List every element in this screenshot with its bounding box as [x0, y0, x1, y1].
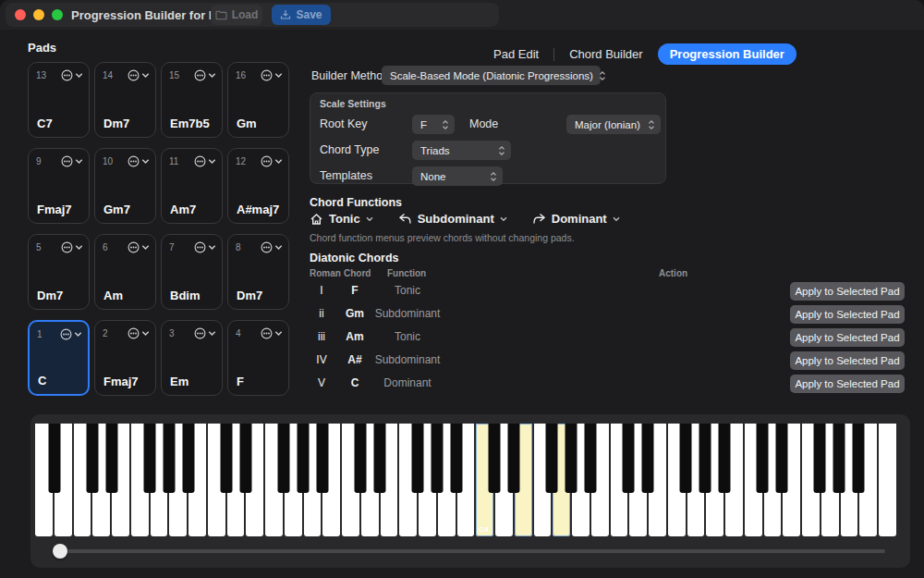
pad-menu-button[interactable] — [61, 155, 83, 167]
pad-1[interactable]: 1C — [28, 320, 90, 396]
pad-number: 15 — [169, 70, 179, 80]
pad-chord-label: Gm — [237, 117, 257, 130]
chord-type-select[interactable]: Triads — [412, 141, 511, 160]
pad-menu-button[interactable] — [128, 155, 150, 167]
pad-menu-button[interactable] — [194, 327, 216, 339]
black-key-Ds6[interactable] — [775, 424, 787, 493]
apply-to-pad-button[interactable]: Apply to Selected Pad — [790, 305, 905, 324]
pad-menu-button[interactable] — [61, 241, 83, 253]
load-button[interactable]: Load — [211, 5, 262, 25]
minimize-button[interactable] — [33, 9, 44, 20]
pad-2[interactable]: 2Fmaj7 — [94, 320, 156, 396]
root-key-select[interactable]: F — [412, 115, 455, 134]
chevron-down-icon — [208, 330, 216, 337]
pad-menu-button[interactable] — [194, 241, 216, 253]
pad-11[interactable]: 11Am7 — [161, 148, 223, 224]
black-key-Gs1[interactable] — [163, 424, 175, 493]
black-key-Cs6[interactable] — [757, 424, 769, 493]
pad-4[interactable]: 4F — [227, 320, 289, 396]
black-key-Gs2[interactable] — [297, 424, 309, 493]
subdominant-menu[interactable]: Subdominant — [398, 212, 507, 226]
pad-13[interactable]: 13C7 — [28, 62, 90, 138]
black-key-Cs5[interactable] — [623, 424, 635, 493]
black-key-Ds5[interactable] — [641, 424, 653, 493]
pad-10[interactable]: 10Gm7 — [94, 148, 156, 224]
black-key-Ds2[interactable] — [239, 424, 251, 493]
pad-menu-button[interactable] — [128, 327, 150, 339]
black-key-As5[interactable] — [718, 424, 730, 493]
pad-menu-button[interactable] — [261, 155, 283, 167]
pad-14[interactable]: 14Dm7 — [94, 62, 156, 138]
pad-15[interactable]: 15Em7b5 — [161, 62, 223, 138]
tab-progression-builder[interactable]: Progression Builder — [658, 43, 796, 65]
pad-6[interactable]: 6Am — [94, 234, 156, 310]
pad-3[interactable]: 3Em — [161, 320, 223, 396]
black-key-Ds4[interactable] — [507, 424, 519, 493]
apply-to-pad-button[interactable]: Apply to Selected Pad — [790, 351, 905, 370]
black-key-Cs1[interactable] — [87, 424, 99, 493]
mode-select[interactable]: Major (Ionian) — [566, 115, 661, 134]
builder-method-select[interactable]: Scale-Based Mode (Diatonic Progressions) — [382, 66, 601, 85]
builder-method-value: Scale-Based Mode (Diatonic Progressions) — [390, 70, 593, 81]
black-key-Fs1[interactable] — [144, 424, 156, 493]
pad-chord-label: Am7 — [170, 203, 196, 216]
tab-pad-edit[interactable]: Pad Edit — [488, 44, 544, 64]
pad-menu-button[interactable] — [61, 69, 83, 81]
dominant-menu[interactable]: Dominant — [532, 212, 620, 226]
pad-menu-button[interactable] — [194, 69, 216, 81]
apply-to-pad-button[interactable]: Apply to Selected Pad — [790, 328, 905, 347]
black-key-As4[interactable] — [584, 424, 596, 493]
keyboard-scroll-track[interactable] — [54, 549, 885, 553]
black-key-As2[interactable] — [316, 424, 328, 493]
pad-number: 3 — [169, 328, 175, 338]
black-key-Fs4[interactable] — [546, 424, 558, 493]
pad-menu-button[interactable] — [261, 327, 283, 339]
pad-5[interactable]: 5Dm7 — [28, 234, 90, 310]
black-key-As6[interactable] — [852, 424, 864, 493]
pad-12[interactable]: 12A#maj7 — [227, 148, 289, 224]
black-key-As1[interactable] — [182, 424, 194, 493]
pad-16[interactable]: 16Gm — [227, 62, 289, 138]
black-key-Ds3[interactable] — [373, 424, 385, 493]
apply-to-pad-button[interactable]: Apply to Selected Pad — [790, 375, 905, 393]
black-key-Cs2[interactable] — [221, 424, 233, 493]
black-key-Gs3[interactable] — [431, 424, 443, 493]
pad-menu-button[interactable] — [128, 69, 150, 81]
pad-menu-button[interactable] — [194, 155, 216, 167]
pad-7[interactable]: 7Bdim — [161, 234, 223, 310]
black-key-Gs5[interactable] — [699, 424, 711, 493]
pad-9[interactable]: 9Fmaj7 — [28, 148, 90, 224]
keyboard-scroll-thumb[interactable] — [53, 544, 67, 559]
pad-number: 13 — [36, 70, 46, 80]
pad-menu-button[interactable] — [60, 328, 82, 340]
chevron-down-icon — [141, 244, 150, 251]
pad-menu-button[interactable] — [261, 69, 283, 81]
black-key-Cs4[interactable] — [489, 424, 501, 493]
save-button[interactable]: Save — [272, 5, 331, 25]
chevron-down-icon — [141, 158, 150, 165]
pad-number: 7 — [169, 242, 175, 252]
black-key-Fs3[interactable] — [412, 424, 424, 493]
pad-menu-button[interactable] — [261, 241, 283, 253]
pad-8[interactable]: 8Dm7 — [227, 234, 289, 310]
black-key-Ds1[interactable] — [105, 424, 117, 493]
chord-functions-caption: Chord function menus preview chords with… — [310, 232, 575, 243]
black-key-As0[interactable] — [48, 424, 60, 493]
black-key-Cs3[interactable] — [355, 424, 367, 493]
templates-select[interactable]: None — [412, 166, 503, 186]
apply-to-pad-button[interactable]: Apply to Selected Pad — [790, 282, 905, 301]
black-key-Gs6[interactable] — [833, 424, 845, 493]
black-key-Gs4[interactable] — [565, 424, 577, 493]
tab-chord-builder[interactable]: Chord Builder — [564, 44, 649, 64]
chord-function: Dominant — [352, 376, 463, 389]
white-key-C7[interactable] — [879, 424, 896, 536]
pads-heading: Pads — [28, 41, 56, 55]
tonic-menu[interactable]: Tonic — [310, 212, 373, 226]
black-key-Fs2[interactable] — [278, 424, 290, 493]
black-key-Fs6[interactable] — [814, 424, 826, 493]
pad-menu-button[interactable] — [128, 241, 150, 253]
close-button[interactable] — [15, 9, 26, 20]
black-key-Fs5[interactable] — [680, 424, 692, 493]
black-key-As3[interactable] — [450, 424, 462, 493]
zoom-button[interactable] — [52, 9, 63, 20]
